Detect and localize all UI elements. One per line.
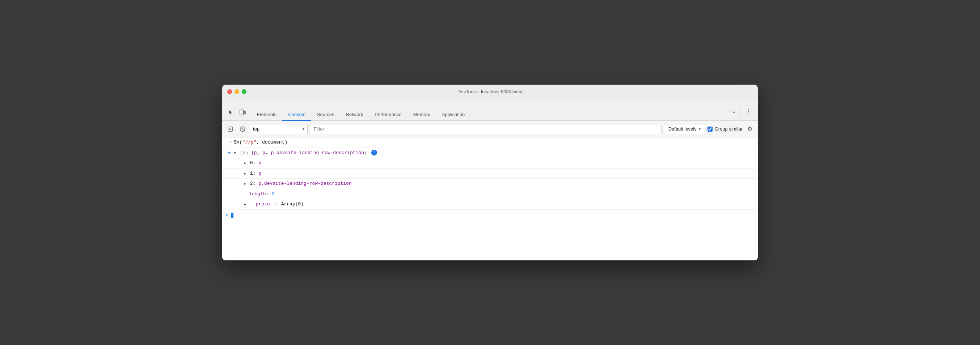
group-similar-control: Group similar	[708, 126, 743, 132]
child-1-expand[interactable]: ▶	[244, 171, 246, 176]
tab-memory[interactable]: Memory	[407, 109, 436, 121]
minimize-button[interactable]	[234, 89, 239, 94]
array-child-0: ▶ 0: p	[222, 158, 758, 169]
console-output: › $x("//p", document) ◀ ▼ (3) [p, p, p.d…	[222, 137, 758, 261]
tab-sources[interactable]: Sources	[311, 109, 340, 121]
window-title: DevTools - localhost:8080/web/	[457, 89, 523, 94]
input-gutter: ›	[224, 139, 234, 144]
more-tabs-button[interactable]: »	[729, 107, 739, 118]
comma-2: ,	[265, 150, 271, 156]
child-2-expand[interactable]: ▶	[244, 181, 246, 187]
nav-settings-button[interactable]: ⋮	[742, 105, 755, 118]
proto-content: ▶ __proto__: Array(0)	[244, 201, 755, 208]
child-1-gutter	[234, 170, 244, 171]
length-colon: :	[266, 191, 272, 197]
traffic-lights	[227, 89, 247, 94]
context-value: top	[253, 126, 301, 132]
gear-icon: ⚙	[747, 126, 752, 132]
child-2-content: ▶ 2: p.devsite-landing-row-description	[244, 180, 755, 187]
length-content: length: 3	[244, 191, 755, 198]
array-item-0: p	[254, 150, 257, 156]
proto-value: Array(0)	[281, 202, 304, 207]
prompt-cursor	[231, 213, 234, 218]
array-item-2: p.devsite-landing-row-description	[271, 150, 364, 156]
array-item-1: p	[262, 150, 265, 156]
tab-console[interactable]: Console	[282, 109, 311, 121]
filter-input[interactable]	[310, 124, 662, 134]
comma-1: ,	[257, 150, 263, 156]
array-count: (3)	[240, 150, 251, 156]
tab-network[interactable]: Network	[340, 109, 369, 121]
child-0-gutter	[234, 159, 244, 160]
nav-left-icons	[225, 107, 251, 121]
array-proto-line: ▶ __proto__: Array(0)	[222, 199, 758, 210]
clear-console-button[interactable]	[237, 124, 248, 134]
child-2-index: 2:	[250, 181, 258, 186]
tab-elements[interactable]: Elements	[251, 109, 282, 121]
tab-application[interactable]: Application	[436, 109, 471, 121]
run-script-button[interactable]	[225, 124, 235, 134]
child-1-index: 1:	[250, 171, 258, 176]
svg-marker-3	[229, 128, 231, 130]
info-badge[interactable]: i	[371, 150, 377, 156]
nav-separator	[740, 107, 740, 118]
settings-gear-button[interactable]: ⚙	[745, 124, 755, 134]
levels-arrow-icon: ▾	[699, 127, 701, 131]
nav-tabs-bar: Elements Console Sources Network Perform…	[222, 99, 758, 121]
length-gutter	[234, 191, 244, 191]
result-gutter: ◀	[224, 149, 234, 155]
tab-performance[interactable]: Performance	[369, 109, 407, 121]
proto-key: __proto__	[250, 202, 275, 207]
child-0-index: 0:	[250, 160, 258, 165]
child-0-content: ▶ 0: p	[244, 159, 755, 167]
child-1-value: p	[258, 171, 261, 176]
close-button[interactable]	[227, 89, 232, 94]
maximize-button[interactable]	[242, 89, 247, 94]
length-value: 3	[271, 191, 274, 197]
levels-dropdown[interactable]: Default levels ▾	[664, 124, 705, 134]
title-bar: DevTools - localhost:8080/web/	[222, 84, 758, 99]
svg-rect-1	[244, 111, 246, 114]
cursor-icon-button[interactable]	[225, 107, 236, 118]
svg-line-5	[241, 127, 244, 130]
devtools-panel: Elements Console Sources Network Perform…	[222, 99, 758, 261]
proto-colon: :	[275, 202, 281, 207]
collapse-arrow[interactable]: ▼	[234, 151, 236, 156]
result-content: ▼ (3) [p, p, p.devsite-landing-row-descr…	[234, 149, 755, 157]
input-content: $x("//p", document)	[234, 139, 755, 146]
child-0-expand[interactable]: ▶	[244, 161, 246, 166]
devtools-window: DevTools - localhost:8080/web/ Elements	[222, 84, 758, 261]
child-2-value: p.devsite-landing-row-description	[258, 181, 352, 186]
svg-rect-0	[240, 110, 243, 115]
console-input-line: › $x("//p", document)	[222, 137, 758, 148]
child-0-value: p	[258, 160, 261, 165]
context-selector[interactable]: top ▾	[250, 124, 308, 134]
input-arrow: ›	[229, 140, 232, 144]
array-child-1: ▶ 1: p	[222, 169, 758, 179]
group-similar-checkbox[interactable]	[708, 127, 713, 132]
console-result-line: ◀ ▼ (3) [p, p, p.devsite-landing-row-des…	[222, 148, 758, 158]
back-arrow-icon: ◀	[228, 150, 230, 155]
console-prompt-line[interactable]: >	[222, 210, 758, 220]
proto-expand[interactable]: ▶	[244, 202, 246, 207]
group-similar-label: Group similar	[715, 126, 743, 132]
child-1-content: ▶ 1: p	[244, 170, 755, 177]
child-2-gutter	[234, 180, 244, 181]
console-toolbar: top ▾ Default levels ▾ Group similar ⚙	[222, 121, 758, 137]
array-child-2: ▶ 2: p.devsite-landing-row-description	[222, 179, 758, 189]
array-close-bracket: ]	[364, 150, 367, 156]
device-toggle-button[interactable]	[237, 107, 248, 118]
array-length-line: length: 3	[222, 189, 758, 200]
length-key: length	[249, 191, 266, 197]
context-arrow-icon: ▾	[302, 127, 304, 131]
proto-gutter	[234, 201, 244, 202]
array-open-bracket: [	[251, 150, 254, 156]
prompt-arrow: >	[225, 212, 228, 218]
levels-label: Default levels	[668, 126, 697, 132]
